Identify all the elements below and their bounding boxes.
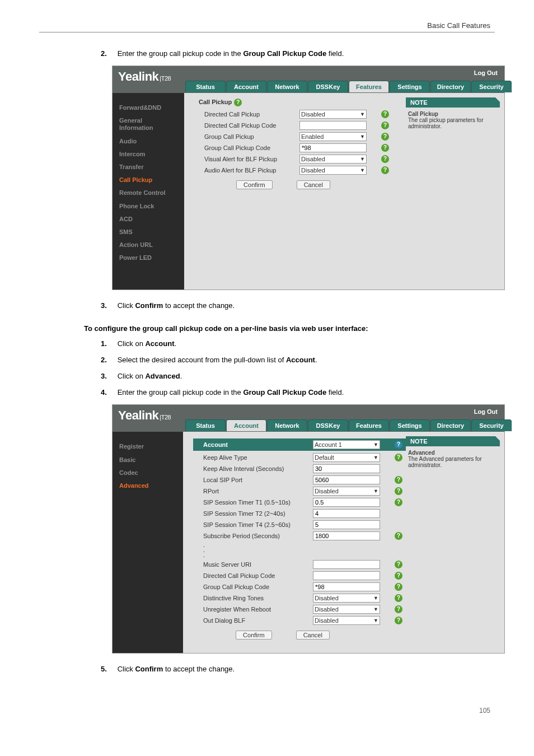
label-group-call-pickup: Group Call Pickup: [204, 133, 299, 140]
tab-account[interactable]: Account: [226, 419, 266, 431]
sidebar-item-general[interactable]: GeneralInformation: [119, 117, 184, 132]
row-group-call-pickup: Group Call Pickup Enabled▼ ?: [204, 132, 406, 141]
sidebar-item-actionurl[interactable]: Action URL: [119, 241, 184, 249]
tab-features[interactable]: Features: [349, 419, 389, 431]
step-2-num: 2.: [101, 49, 115, 58]
logout-link[interactable]: Log Out: [474, 408, 498, 415]
input-sip-t1[interactable]: [313, 498, 380, 507]
row-directed-call-pickup: Directed Call Pickup Disabled▼ ?: [204, 110, 406, 119]
nav-tabs: Status Account Network DSSKey Features S…: [185, 81, 512, 92]
tab-network[interactable]: Network: [267, 419, 307, 431]
tab-settings[interactable]: Settings: [390, 419, 430, 431]
select-distinctive-ring-tones[interactable]: Disabled▼: [313, 594, 380, 603]
help-icon[interactable]: ?: [381, 166, 389, 174]
tab-network[interactable]: Network: [267, 81, 307, 92]
note-header: NOTE: [406, 97, 500, 108]
sidebar-item-acd[interactable]: ACD: [119, 216, 184, 223]
help-icon[interactable]: ?: [381, 110, 389, 118]
confirm-button[interactable]: Confirm: [236, 180, 273, 189]
sidebar-item-register[interactable]: Register: [119, 443, 183, 450]
tab-directory[interactable]: Directory: [430, 81, 471, 92]
help-icon[interactable]: ?: [381, 122, 389, 129]
sidebar-item-sms[interactable]: SMS: [119, 228, 184, 236]
sidebar-item-powerled[interactable]: Power LED: [119, 254, 184, 262]
input-local-sip-port[interactable]: [313, 475, 380, 484]
select-account[interactable]: Account 1▼: [313, 440, 380, 449]
tab-features[interactable]: Features: [349, 81, 389, 92]
sidebar-item-transfer[interactable]: Transfer: [119, 164, 184, 171]
help-icon[interactable]: ?: [395, 617, 402, 624]
select-visual-alert-blf-pickup[interactable]: Disabled▼: [299, 155, 367, 164]
select-group-call-pickup[interactable]: Enabled▼: [299, 132, 367, 141]
header-divider: [39, 32, 495, 32]
logout-link[interactable]: Log Out: [474, 69, 498, 76]
help-icon[interactable]: ?: [395, 594, 402, 602]
label-unregister-when-reboot: Unregister When Reboot: [203, 606, 313, 613]
account-advanced-screenshot: Yealink|T28 Log Out Status Account Netwo…: [112, 404, 505, 653]
help-icon[interactable]: ?: [395, 498, 402, 506]
tab-security[interactable]: Security: [471, 419, 512, 431]
help-icon[interactable]: ?: [395, 532, 402, 540]
select-unregister-when-reboot[interactable]: Disabled▼: [313, 605, 380, 614]
help-icon[interactable]: ?: [395, 605, 402, 613]
tab-settings[interactable]: Settings: [390, 81, 430, 92]
sidebar-item-phonelock[interactable]: Phone Lock: [119, 203, 184, 210]
help-icon[interactable]: ?: [395, 487, 402, 495]
tab-status[interactable]: Status: [185, 81, 226, 92]
row-visual-alert-blf-pickup: Visual Alert for BLF Pickup Disabled▼ ?: [204, 155, 406, 164]
row-account: Account Account 1▼ ?: [193, 438, 406, 451]
help-icon[interactable]: ?: [395, 561, 402, 568]
input-group-call-pickup-code[interactable]: [313, 582, 380, 591]
step-5: 5. Click Confirm to accept the change.: [101, 665, 495, 673]
confirm-button[interactable]: Confirm: [236, 631, 272, 640]
select-audio-alert-blf-pickup[interactable]: Disabled▼: [299, 166, 367, 175]
help-icon[interactable]: ?: [381, 144, 389, 152]
help-icon[interactable]: ?: [395, 441, 402, 449]
sidebar-item-basic[interactable]: Basic: [119, 456, 183, 464]
sidebar-item-codec[interactable]: Codec: [119, 469, 183, 477]
label-group-call-pickup-code: Group Call Pickup Code: [203, 584, 313, 590]
select-out-dialog-blf[interactable]: Disabled▼: [313, 616, 380, 625]
row-rport: RPort Disabled▼ ?: [203, 487, 406, 496]
help-icon[interactable]: ?: [395, 476, 402, 484]
sidebar-item-remotecontrol[interactable]: Remote Control: [119, 189, 184, 197]
label-audio-alert-blf-pickup: Audio Alert for BLF Pickup: [204, 167, 299, 174]
tab-status[interactable]: Status: [185, 419, 226, 431]
sidebar-item-audio[interactable]: Audio: [119, 138, 184, 145]
input-sip-t4[interactable]: [313, 520, 380, 529]
label-sip-t4: SIP Session Timer T4 (2.5~60s): [203, 521, 313, 528]
step-a1: 1. Click on Account.: [101, 339, 495, 348]
tab-dsskey[interactable]: DSSKey: [308, 419, 348, 431]
tab-dsskey[interactable]: DSSKey: [308, 81, 348, 92]
tab-security[interactable]: Security: [471, 81, 512, 92]
tab-directory[interactable]: Directory: [430, 419, 471, 431]
sidebar-item-intercom[interactable]: Intercom: [119, 151, 184, 158]
step-a4: 4. Enter the group call pickup code in t…: [101, 388, 495, 396]
nav-tabs: Status Account Network DSSKey Features S…: [185, 419, 512, 431]
input-keep-alive-interval[interactable]: [313, 464, 380, 473]
help-icon[interactable]: ?: [395, 454, 402, 461]
select-rport[interactable]: Disabled▼: [313, 487, 380, 496]
input-group-call-pickup-code[interactable]: [299, 143, 367, 152]
cancel-button[interactable]: Cancel: [296, 631, 330, 640]
help-icon[interactable]: ?: [395, 583, 402, 591]
help-icon[interactable]: ?: [381, 133, 389, 141]
select-directed-call-pickup[interactable]: Disabled▼: [299, 110, 367, 119]
help-icon[interactable]: ?: [234, 99, 242, 106]
sidebar-item-forwarddnd[interactable]: Forward&DND: [119, 104, 184, 111]
input-subscribe-period[interactable]: [313, 531, 380, 540]
row-subscribe-period: Subscribe Period (Seconds) ?: [203, 531, 406, 540]
help-icon[interactable]: ?: [381, 155, 389, 163]
cancel-button[interactable]: Cancel: [297, 180, 330, 189]
brand-logo: Yealink|T28: [118, 69, 171, 84]
input-sip-t2[interactable]: [313, 509, 380, 518]
chevron-down-icon: ▼: [360, 134, 365, 139]
tab-account[interactable]: Account: [226, 81, 266, 92]
sidebar-item-advanced[interactable]: Advanced: [119, 482, 183, 489]
row-keep-alive-interval: Keep Alive Interval (Seconds): [203, 464, 406, 473]
input-directed-call-pickup-code[interactable]: [313, 571, 380, 580]
input-music-server-uri[interactable]: [313, 560, 380, 569]
select-keep-alive-type[interactable]: Default▼: [313, 453, 380, 462]
help-icon[interactable]: ?: [395, 572, 402, 580]
input-directed-call-pickup-code[interactable]: [299, 121, 367, 130]
